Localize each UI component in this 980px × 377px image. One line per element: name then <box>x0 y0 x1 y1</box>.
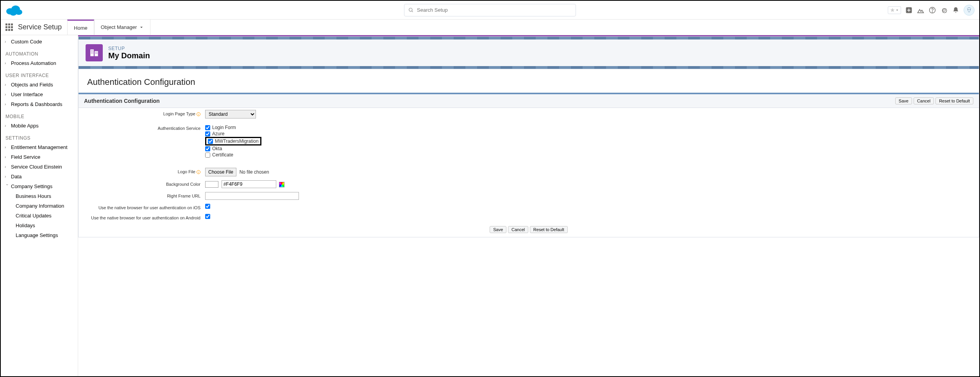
sidebar-section-ui: USER INTERFACE <box>1 68 78 80</box>
reset-button-footer[interactable]: Reset to Default <box>530 226 568 233</box>
panel-title: Authentication Configuration <box>84 98 160 104</box>
sidebar-item-company-information[interactable]: Company Information <box>1 201 78 211</box>
logo-file-label: Logo File <box>178 169 195 174</box>
checkbox-login-form[interactable] <box>205 125 210 130</box>
section-title: Authentication Configuration <box>79 69 979 93</box>
save-button[interactable]: Save <box>895 97 912 104</box>
sidebar-item-field-service[interactable]: ›Field Service <box>1 152 78 162</box>
svg-rect-17 <box>93 50 93 51</box>
chevron-right-icon: › <box>5 165 9 169</box>
svg-rect-14 <box>90 49 94 56</box>
login-page-type-label: Login Page Type <box>163 111 195 116</box>
setup-sidebar: ›Custom Code AUTOMATION ›Process Automat… <box>1 35 78 376</box>
sidebar-item-mobile-apps[interactable]: ›Mobile Apps <box>1 121 78 131</box>
sidebar-section-mobile: MOBILE <box>1 109 78 121</box>
svg-point-10 <box>932 11 932 12</box>
trailhead-icon[interactable] <box>917 6 925 14</box>
gear-icon[interactable] <box>940 6 948 14</box>
sidebar-item-reports-dashboards[interactable]: ›Reports & Dashboards <box>1 99 78 109</box>
star-icon <box>890 7 895 13</box>
svg-rect-16 <box>91 50 92 51</box>
color-picker-icon[interactable] <box>279 182 284 187</box>
sidebar-item-entitlement[interactable]: ›Entitlement Management <box>1 142 78 152</box>
search-input[interactable] <box>417 7 572 13</box>
page-title: My Domain <box>108 51 150 60</box>
svg-rect-18 <box>91 52 92 52</box>
auth-service-login-form: Login Form <box>205 124 976 131</box>
sidebar-item-process-automation[interactable]: ›Process Automation <box>1 58 78 68</box>
checkbox-ios-native[interactable] <box>205 204 210 209</box>
svg-rect-24 <box>95 53 96 54</box>
auth-config-form: Login Page Typei Standard Authentication… <box>79 108 979 222</box>
add-icon[interactable] <box>905 6 913 14</box>
no-file-text: No file chosen <box>240 169 269 175</box>
color-swatch <box>205 181 218 188</box>
sidebar-item-custom-code[interactable]: ›Custom Code <box>1 37 78 47</box>
building-icon <box>89 48 99 58</box>
svg-rect-23 <box>97 52 98 53</box>
sidebar-item-service-cloud-einstein[interactable]: ›Service Cloud Einstein <box>1 162 78 172</box>
sidebar-item-language-settings[interactable]: Language Settings <box>1 230 78 240</box>
auth-service-azure: Azure <box>205 131 976 137</box>
bg-color-label: Background Color <box>166 182 200 187</box>
right-frame-label: Right Frame URL <box>167 194 200 198</box>
global-header <box>1 1 979 20</box>
user-avatar[interactable] <box>964 5 975 16</box>
highlighted-auth-service: MWTradersMigration <box>205 137 261 145</box>
svg-point-11 <box>965 6 973 14</box>
save-button-footer[interactable]: Save <box>490 226 506 233</box>
sidebar-section-settings: SETTINGS <box>1 131 78 142</box>
checkbox-android-native[interactable] <box>205 214 210 219</box>
sidebar-item-user-interface[interactable]: ›User Interface <box>1 90 78 99</box>
reset-button[interactable]: Reset to Default <box>935 97 973 104</box>
auth-service-label: Authentication Service <box>158 126 200 131</box>
svg-point-3 <box>10 10 17 16</box>
chevron-right-icon: › <box>5 124 9 128</box>
chevron-right-icon: › <box>5 61 9 65</box>
sidebar-item-critical-updates[interactable]: Critical Updates <box>1 211 78 221</box>
right-frame-input[interactable] <box>205 192 299 200</box>
cancel-button[interactable]: Cancel <box>914 97 934 104</box>
sidebar-item-business-hours[interactable]: Business Hours <box>1 191 78 201</box>
search-box[interactable] <box>404 4 576 16</box>
android-auth-label: Use the native browser for user authenti… <box>91 215 200 220</box>
bg-color-input[interactable] <box>222 180 276 188</box>
help-icon[interactable]: i <box>197 112 200 116</box>
choose-file-button[interactable]: Choose File <box>205 168 236 176</box>
svg-point-4 <box>409 8 412 11</box>
salesforce-logo <box>5 4 23 16</box>
help-icon[interactable]: i <box>197 170 200 174</box>
auth-service-mwtraders: MWTradersMigration <box>208 138 259 144</box>
favorites-button[interactable] <box>888 6 901 14</box>
chevron-right-icon: › <box>5 174 9 179</box>
sidebar-item-objects-fields[interactable]: ›Objects and Fields <box>1 80 78 90</box>
chevron-down-icon <box>895 8 899 12</box>
app-launcher-icon[interactable] <box>5 23 13 31</box>
chevron-right-icon: › <box>5 155 9 159</box>
checkbox-azure[interactable] <box>205 131 210 136</box>
sidebar-item-company-settings[interactable]: ›Company Settings <box>1 181 78 191</box>
chevron-right-icon: › <box>5 102 9 106</box>
panel-buttons: Save Cancel Reset to Default <box>895 97 973 104</box>
tab-home[interactable]: Home <box>67 20 94 35</box>
bell-icon[interactable] <box>952 6 960 14</box>
sidebar-item-holidays[interactable]: Holidays <box>1 221 78 230</box>
svg-line-5 <box>412 11 413 12</box>
svg-rect-21 <box>93 53 93 54</box>
cancel-button-footer[interactable]: Cancel <box>508 226 528 233</box>
footer-buttons: Save Cancel Reset to Default <box>79 222 979 237</box>
chevron-right-icon: › <box>5 83 9 87</box>
svg-rect-22 <box>95 52 96 53</box>
app-name: Service Setup <box>18 23 62 31</box>
main-content: SETUP My Domain Authentication Configura… <box>78 35 979 376</box>
auth-config-section: Authentication Configuration Authenticat… <box>78 69 979 237</box>
help-icon[interactable] <box>928 6 936 14</box>
checkbox-mwtraders[interactable] <box>208 139 213 144</box>
svg-rect-25 <box>97 53 98 54</box>
login-page-type-select[interactable]: Standard <box>205 110 256 118</box>
sidebar-item-data[interactable]: ›Data <box>1 172 78 181</box>
tab-object-manager[interactable]: Object Manager <box>94 20 151 35</box>
page-header-text: SETUP My Domain <box>108 46 150 60</box>
checkbox-okta[interactable] <box>205 146 210 151</box>
checkbox-certificate[interactable] <box>205 153 210 158</box>
